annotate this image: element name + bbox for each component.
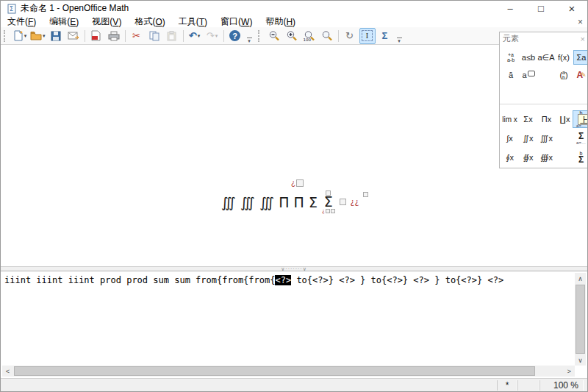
zoom-out-button[interactable] (266, 28, 282, 44)
menu-window[interactable]: 窗口(W) (214, 16, 259, 27)
redo-button[interactable]: ↷ ▾ (204, 28, 220, 44)
category-attributes[interactable]: ā (503, 68, 519, 82)
view-splitter[interactable]: ∨·······∨ (1, 266, 587, 271)
contour-integral-button[interactable]: ∮x (501, 149, 518, 166)
help-icon: ? (229, 30, 240, 41)
unknown-mark: ¿ (322, 209, 325, 214)
close-button[interactable]: × (556, 1, 587, 16)
dropdown-icon[interactable]: ▾ (215, 33, 218, 39)
sum-operator: Σ (309, 194, 318, 210)
triple-contour-integral-button[interactable]: ∰x (538, 149, 555, 166)
vertical-scrollbar-thumb[interactable] (576, 285, 585, 354)
toolbar-drag-handle[interactable] (4, 30, 9, 42)
category-others[interactable]: a (520, 68, 537, 82)
category-operators[interactable]: Σa (573, 50, 588, 65)
product-operator: Π (294, 194, 304, 210)
new-document-button[interactable]: ▾ (12, 28, 28, 44)
symbols-catalog-button[interactable]: Σ (377, 28, 393, 44)
menu-view[interactable]: 视图(V) (85, 16, 128, 27)
category-set-operations[interactable]: a∈A (538, 50, 554, 65)
command-text-input[interactable]: iiint iiint iiint prod prod sum sum from… (2, 273, 575, 366)
menu-tools[interactable]: 工具(T) (172, 16, 214, 27)
dropdown-icon[interactable]: ▾ (43, 33, 46, 39)
maximize-button[interactable]: □ (526, 1, 556, 16)
formula-cursor-button[interactable]: I (359, 28, 376, 44)
toolbar-overflow-button[interactable]: ▾ (245, 29, 254, 43)
open-file-button[interactable]: ▾ (29, 28, 46, 44)
category-relations[interactable]: a≤b (520, 50, 537, 65)
email-button[interactable] (65, 28, 82, 44)
speech-bubble-icon (528, 71, 535, 76)
menu-format[interactable]: 格式(O) (128, 16, 171, 27)
menu-help[interactable]: 帮助(H) (259, 16, 302, 27)
refresh-icon: ↻ (345, 30, 354, 41)
placeholder-box (363, 192, 368, 197)
toolbar-drag-handle[interactable] (258, 30, 263, 42)
triple-integral-button[interactable]: ∭x (538, 129, 555, 147)
overflow-icon: ▾ (398, 40, 401, 43)
formula-annotation: ¿ (291, 179, 304, 187)
command-text-after: to{<?>} <?> } to{<?>} <?> } to{<?>} <?> (291, 275, 503, 285)
scroll-left-icon[interactable]: < (2, 366, 13, 377)
panel-divider (500, 104, 588, 104)
unknown-marks: ¿¿ (351, 199, 359, 206)
formula-preview: ¿ ∭ ∭ ∭ Π Π Σ Σ ¿ (221, 179, 350, 213)
triple-integral: ∭ (259, 194, 274, 210)
integral-button[interactable]: ∫x (501, 129, 518, 147)
sum-upper-limit-button[interactable]: b Σ (573, 149, 588, 166)
toolbar-separator (183, 30, 184, 42)
scroll-down-icon[interactable]: ∨ (575, 354, 586, 366)
update-view-button[interactable]: ↻ (342, 28, 358, 44)
print-button[interactable] (106, 28, 122, 44)
scroll-right-icon[interactable]: > (564, 366, 575, 377)
coproduct-button[interactable]: ∐x (556, 110, 573, 128)
zoom-all-button[interactable] (319, 28, 335, 44)
sum-button[interactable]: Σx (520, 110, 537, 128)
dropdown-icon[interactable]: ▾ (24, 33, 27, 39)
horizontal-scrollbar-thumb[interactable] (14, 366, 535, 376)
toolbar-overflow-button[interactable]: ▾ (395, 29, 404, 43)
zoom-in-button[interactable] (284, 28, 300, 44)
elements-panel-header[interactable]: 元素 × (500, 32, 588, 45)
close-document-icon[interactable]: × (578, 17, 583, 27)
panel-close-icon[interactable]: × (581, 35, 585, 43)
copy-button[interactable] (146, 28, 162, 44)
double-contour-integral-button[interactable]: ∯x (520, 149, 537, 166)
window-controls: – □ × (495, 1, 587, 16)
save-button[interactable] (48, 28, 64, 44)
command-text-before: iiint iiint iiint prod prod sum sum from… (4, 275, 275, 285)
paste-button[interactable] (164, 28, 180, 44)
undo-button[interactable]: ↶ ▾ (187, 28, 203, 44)
splitter-handle-icon[interactable]: ∨·······∨ (281, 267, 307, 271)
zoom-level[interactable]: 100 % (539, 380, 584, 391)
double-integral-button[interactable]: ∬x (520, 129, 537, 147)
menu-edit[interactable]: 编辑(E) (43, 16, 85, 27)
sum-lower-limit-button[interactable]: Σ a=… (573, 129, 588, 147)
category-functions[interactable]: f(x) (556, 50, 572, 65)
product-button[interactable]: Πx (538, 110, 555, 128)
cut-button[interactable]: ✂ (129, 28, 145, 44)
formula-row: ∭ ∭ ∭ Π Π Σ Σ ¿ ¿¿ (221, 190, 368, 213)
vertical-scrollbar[interactable]: ∧ ∨ (575, 273, 586, 366)
scroll-up-icon[interactable]: ∧ (575, 273, 586, 284)
limit-button[interactable]: lim x (501, 110, 518, 128)
elements-panel-title: 元素 (503, 33, 519, 44)
menu-file[interactable]: 文件(F) (1, 16, 43, 27)
modified-indicator: * (497, 380, 517, 391)
zoom-100-button[interactable]: 100 (301, 28, 318, 44)
formula-cursor-icon: I (362, 30, 373, 41)
category-formats[interactable]: A ✎ (573, 68, 588, 82)
triple-integral: ∭ (221, 194, 236, 210)
category-unary-binary-operators[interactable]: +aa-b (503, 50, 519, 65)
export-pdf-button[interactable] (88, 28, 104, 44)
placeholder-box (326, 209, 330, 213)
toolbar-separator (125, 30, 126, 42)
help-button[interactable]: ? (227, 28, 243, 44)
category-brackets[interactable]: ( ab ) (556, 68, 572, 82)
minimize-button[interactable]: – (495, 1, 526, 16)
openoffice-math-window: Σ 未命名 1 - OpenOffice Math – □ × 文件(F) 编辑… (0, 0, 588, 392)
dropdown-icon[interactable]: ▾ (198, 33, 201, 39)
toolbar-separator (338, 30, 339, 42)
svg-text:100: 100 (304, 38, 312, 42)
horizontal-scrollbar[interactable]: < > (2, 366, 575, 377)
